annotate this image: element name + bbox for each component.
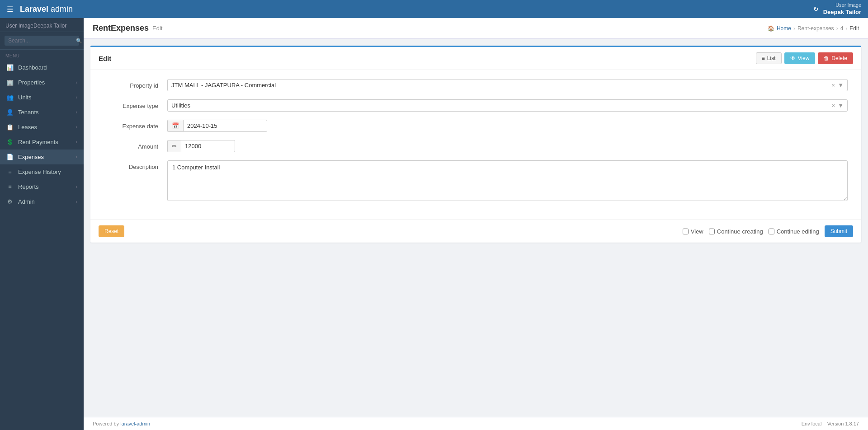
calendar-icon-button[interactable]: 📅 (167, 120, 183, 132)
home-icon: 🏠 (768, 25, 774, 32)
sidebar-item-label: Units (18, 94, 32, 101)
amount-control: ✏ (167, 140, 848, 152)
chevron-icon: ‹ (76, 140, 77, 145)
amount-input[interactable] (181, 140, 235, 152)
breadcrumb-home[interactable]: Home (777, 25, 791, 32)
sidebar-search-area: 🔍 (0, 32, 84, 50)
expense-date-input[interactable] (183, 120, 267, 132)
admin-icon: ⚙ (6, 198, 14, 205)
description-control: 1 Computer Install (167, 160, 848, 202)
continue-editing-checkbox-wrap[interactable]: Continue editing (769, 228, 819, 235)
units-icon: 👥 (6, 94, 14, 101)
view-checkbox-wrap[interactable]: View (683, 228, 703, 235)
tenants-icon: 👤 (6, 109, 14, 116)
brand-logo: Laravel admin (20, 5, 73, 14)
hamburger-icon[interactable]: ☰ (7, 5, 13, 14)
page-title: RentExpenses Edit (93, 23, 162, 33)
sidebar-item-label: Reports (18, 183, 39, 190)
sidebar-item-label: Dashboard (18, 64, 47, 71)
breadcrumb-id: 4 (840, 25, 844, 32)
property-id-group: Property id JTM MALL - JAGATPURA - Comme… (104, 79, 848, 91)
chevron-icon: ‹ (76, 110, 77, 115)
sidebar-item-label: Rent Payments (18, 139, 58, 145)
form-heading: Edit (99, 55, 111, 62)
list-button[interactable]: ≡ List (756, 52, 782, 64)
description-label: Description (104, 160, 167, 170)
continue-editing-label: Continue editing (777, 228, 819, 235)
sidebar-item-dashboard[interactable]: 📊 Dashboard (0, 60, 84, 75)
trash-icon: 🗑 (824, 55, 829, 61)
property-id-control: JTM MALL - JAGATPURA - Commercial × ▼ (167, 79, 848, 91)
sidebar-item-tenants[interactable]: 👤 Tenants ‹ (0, 105, 84, 120)
breadcrumb: 🏠 Home › Rent-expenses › 4 › Edit (768, 25, 859, 32)
footer-bar: Powered by laravel-admin Env local Versi… (84, 417, 868, 430)
sidebar-item-label: Properties (18, 79, 45, 86)
footer-env-version: Env local Version 1.8.17 (802, 421, 859, 426)
clear-property-icon[interactable]: × (832, 82, 835, 89)
delete-button[interactable]: 🗑 Delete (818, 52, 853, 64)
continue-creating-checkbox[interactable] (709, 229, 715, 234)
sidebar-item-units[interactable]: 👥 Units ‹ (0, 90, 84, 105)
property-id-select[interactable]: JTM MALL - JAGATPURA - Commercial × ▼ (167, 79, 848, 91)
continue-creating-checkbox-wrap[interactable]: Continue creating (709, 228, 763, 235)
sidebar-item-label: Admin (18, 198, 35, 205)
navbar: ☰ Laravel admin ↻ User Image Deepak Tail… (0, 0, 868, 18)
form-card-header: Edit ≡ List 👁 View 🗑 Delete (90, 47, 861, 70)
expenses-icon: 📄 (6, 154, 14, 160)
sidebar-item-leases[interactable]: 📋 Leases ‹ (0, 120, 84, 135)
expense-type-label: Expense type (104, 99, 167, 109)
chevron-icon: ‹ (76, 199, 77, 204)
property-id-value: JTM MALL - JAGATPURA - Commercial (171, 82, 276, 89)
chevron-icon: ‹ (76, 125, 77, 130)
leases-icon: 📋 (6, 124, 14, 131)
view-checkbox[interactable] (683, 229, 689, 234)
form-body: Property id JTM MALL - JAGATPURA - Comme… (90, 70, 861, 220)
search-icon: 🔍 (76, 38, 82, 44)
sidebar-item-expenses[interactable]: 📄 Expenses ‹ (0, 150, 84, 164)
dropdown-icon: ▼ (838, 82, 844, 89)
powered-by: Powered by laravel-admin (93, 421, 150, 426)
menu-label: Menu (0, 50, 84, 60)
view-checkbox-label: View (691, 228, 703, 235)
pencil-icon-button[interactable]: ✏ (167, 140, 181, 152)
sidebar-item-rent-payments[interactable]: 💲 Rent Payments ‹ (0, 135, 84, 150)
form-footer-right: View Continue creating Continue editing … (683, 225, 853, 237)
reset-button[interactable]: Reset (99, 225, 124, 237)
amount-label: Amount (104, 140, 167, 150)
description-textarea[interactable]: 1 Computer Install (167, 160, 848, 201)
sidebar-item-properties[interactable]: 🏢 Properties ‹ (0, 75, 84, 90)
sidebar-item-expense-history[interactable]: ≡ Expense History (0, 164, 84, 179)
properties-icon: 🏢 (6, 79, 14, 86)
eye-icon: 👁 (790, 55, 796, 61)
sidebar-item-label: Expenses (18, 154, 44, 160)
continue-editing-checkbox[interactable] (769, 229, 774, 234)
list-icon: ≡ (762, 55, 765, 61)
dropdown-icon: ▼ (838, 102, 844, 109)
expense-date-label: Expense date (104, 120, 167, 130)
view-button[interactable]: 👁 View (784, 52, 816, 64)
laravel-admin-link[interactable]: laravel-admin (120, 421, 150, 426)
sidebar-item-label: Leases (18, 124, 37, 131)
dashboard-icon: 📊 (6, 64, 14, 71)
expense-type-select[interactable]: Utilities × ▼ (167, 99, 848, 112)
chevron-icon: ‹ (76, 80, 77, 85)
refresh-icon[interactable]: ↻ (813, 5, 819, 13)
expense-type-control: Utilities × ▼ (167, 99, 848, 112)
submit-button[interactable]: Submit (825, 225, 853, 237)
sidebar-item-reports[interactable]: ≡ Reports ‹ (0, 179, 84, 194)
form-footer: Reset View Continue creating Continue ed… (90, 220, 861, 243)
sidebar-user: User ImageDeepak Tailor (0, 18, 84, 32)
expense-type-group: Expense type Utilities × ▼ (104, 99, 848, 112)
amount-group: Amount ✏ (104, 140, 848, 152)
chevron-icon: ‹ (76, 184, 77, 189)
search-input[interactable] (8, 37, 76, 44)
reports-icon: ≡ (6, 183, 14, 190)
clear-expense-type-icon[interactable]: × (832, 102, 835, 109)
property-id-label: Property id (104, 79, 167, 89)
expense-type-value: Utilities (171, 102, 190, 109)
description-group: Description 1 Computer Install (104, 160, 848, 202)
expense-date-group: Expense date 📅 (104, 120, 848, 132)
content-spacer (84, 249, 868, 417)
form-card: Edit ≡ List 👁 View 🗑 Delete (90, 46, 861, 243)
sidebar-item-admin[interactable]: ⚙ Admin ‹ (0, 194, 84, 209)
